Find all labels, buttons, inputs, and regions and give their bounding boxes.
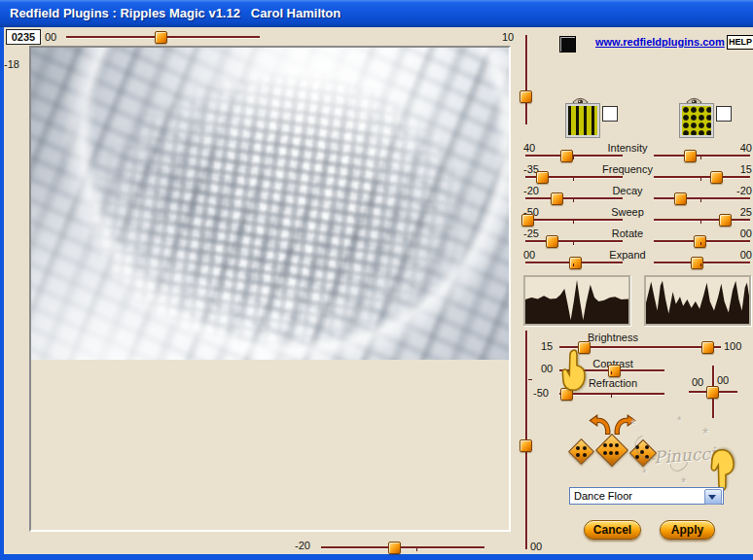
sparkle-icon: * bbox=[677, 414, 682, 428]
param-right-handle[interactable] bbox=[691, 257, 703, 269]
param-right-handle[interactable] bbox=[719, 214, 732, 227]
eye-icon[interactable] bbox=[686, 93, 702, 104]
param-left-value: 00 bbox=[523, 249, 535, 261]
pointing-hand-down-icon bbox=[709, 446, 736, 492]
pointing-hand-up-icon bbox=[560, 348, 588, 394]
dropdown-arrow-button[interactable] bbox=[704, 489, 722, 505]
channel-checkbox-2[interactable] bbox=[716, 106, 732, 122]
top-slider-right-label: 10 bbox=[502, 31, 514, 43]
bottom-slider-tick bbox=[416, 548, 417, 551]
die-face bbox=[568, 438, 594, 465]
center-tick bbox=[700, 199, 701, 202]
center-tick bbox=[700, 221, 701, 224]
center-tick bbox=[700, 263, 701, 266]
sparkle-icon: * bbox=[642, 467, 647, 480]
center-tick bbox=[611, 371, 612, 374]
preview-area[interactable] bbox=[29, 46, 511, 532]
window-title: Redfield Plugins : Ripples Magic v1.12 C… bbox=[0, 0, 753, 26]
param-left-handle[interactable] bbox=[546, 235, 558, 248]
param-left-handle[interactable] bbox=[536, 171, 549, 184]
center-tick bbox=[573, 242, 574, 245]
center-tick bbox=[700, 157, 701, 159]
channel-checkbox-1[interactable] bbox=[602, 106, 618, 122]
die-face bbox=[595, 434, 628, 467]
help-button[interactable]: HELP bbox=[727, 35, 753, 50]
brightness-handle-high[interactable] bbox=[701, 341, 714, 354]
param-right-handle[interactable] bbox=[710, 171, 723, 184]
contrast-handle[interactable] bbox=[608, 365, 621, 377]
eye-icon[interactable] bbox=[572, 93, 589, 104]
param-left-track[interactable] bbox=[525, 197, 623, 199]
color-swatch-black[interactable] bbox=[559, 36, 576, 52]
window-border-bottom bbox=[0, 554, 753, 560]
param-right-track[interactable] bbox=[654, 219, 750, 221]
param-right-track[interactable] bbox=[654, 155, 750, 157]
counter-box: 0235 bbox=[6, 29, 41, 45]
param-row-rotate: -25 Rotate 00 bbox=[0, 228, 753, 251]
plugin-window: Redfield Plugins : Ripples Magic v1.12 C… bbox=[0, 0, 753, 560]
param-right-track[interactable] bbox=[654, 197, 750, 199]
center-tick bbox=[573, 157, 574, 159]
param-left-track[interactable] bbox=[525, 240, 623, 242]
top-slider-left-label: 00 bbox=[45, 31, 56, 43]
bottom-slider-track[interactable] bbox=[321, 546, 484, 548]
center-tick bbox=[573, 178, 574, 181]
brightness-label: Brightness bbox=[559, 332, 666, 343]
channel-thumbnail-dots[interactable] bbox=[680, 104, 713, 137]
cross-handle[interactable] bbox=[706, 386, 719, 399]
param-name: Expand bbox=[579, 249, 676, 261]
randomize-die-small-button[interactable] bbox=[569, 439, 592, 463]
waveform-display-right bbox=[644, 275, 751, 326]
param-right-track[interactable] bbox=[654, 176, 750, 178]
waveform-display-left bbox=[523, 275, 630, 326]
apply-button[interactable]: Apply bbox=[660, 520, 715, 540]
contrast-value: 00 bbox=[541, 363, 553, 374]
brightness-right-value: 100 bbox=[724, 340, 741, 352]
center-tick bbox=[573, 199, 574, 202]
param-name: Frequency bbox=[579, 163, 676, 175]
param-row-intensity: 40 Intensity 40 bbox=[0, 142, 753, 165]
bottom-slider-label: -20 bbox=[295, 540, 310, 551]
param-name: Decay bbox=[579, 185, 676, 196]
param-left-track[interactable] bbox=[525, 219, 623, 221]
param-left-handle[interactable] bbox=[551, 192, 563, 205]
top-slider-handle[interactable] bbox=[155, 31, 167, 44]
bottom-right-label: 00 bbox=[530, 541, 542, 552]
left-slider-label: -18 bbox=[4, 58, 19, 70]
param-left-track[interactable] bbox=[525, 155, 623, 157]
param-row-decay: -20 Decay -20 bbox=[0, 185, 753, 208]
center-tick bbox=[573, 263, 574, 266]
param-left-handle[interactable] bbox=[560, 150, 573, 162]
center-tick bbox=[573, 221, 574, 224]
param-right-handle[interactable] bbox=[684, 150, 697, 162]
preset-dropdown[interactable]: Dance Floor bbox=[569, 487, 724, 505]
cancel-button[interactable]: Cancel bbox=[584, 520, 641, 540]
param-left-value: -20 bbox=[523, 185, 539, 196]
bottom-slider-handle[interactable] bbox=[388, 542, 401, 554]
param-row-expand: 00 Expand 00 bbox=[0, 249, 753, 272]
right-top-slider-handle[interactable] bbox=[520, 90, 532, 103]
window-border-left bbox=[0, 27, 4, 560]
param-right-value: 00 bbox=[725, 249, 752, 261]
param-name: Intensity bbox=[579, 142, 676, 154]
flip-arrow-left-button[interactable] bbox=[587, 414, 612, 436]
right-top-slider-track[interactable] bbox=[525, 35, 527, 124]
randomize-die-large-button[interactable] bbox=[596, 435, 626, 464]
channel-thumbnail-stripes[interactable] bbox=[566, 104, 599, 137]
param-name: Rotate bbox=[579, 228, 676, 239]
param-row-sweep: -50 Sweep 25 bbox=[0, 206, 753, 229]
right-bottom-slider-tick bbox=[528, 379, 532, 380]
title-bar: Redfield Plugins : Ripples Magic v1.12 C… bbox=[0, 0, 753, 27]
right-bottom-slider-handle[interactable] bbox=[520, 439, 532, 452]
param-row-frequency: -35 Frequency 15 bbox=[0, 163, 753, 187]
sparkle-icon: * bbox=[702, 426, 708, 443]
param-left-handle[interactable] bbox=[569, 257, 582, 269]
param-left-handle[interactable] bbox=[521, 214, 534, 227]
refraction-value: -50 bbox=[533, 387, 549, 399]
sparkle-icon: * bbox=[630, 416, 635, 432]
cross-v-value: 00 bbox=[717, 374, 729, 386]
param-right-value: 00 bbox=[725, 228, 752, 239]
param-right-handle[interactable] bbox=[674, 192, 687, 205]
website-link[interactable]: www.redfieldplugins.com bbox=[595, 36, 725, 48]
param-name: Sweep bbox=[579, 206, 676, 218]
